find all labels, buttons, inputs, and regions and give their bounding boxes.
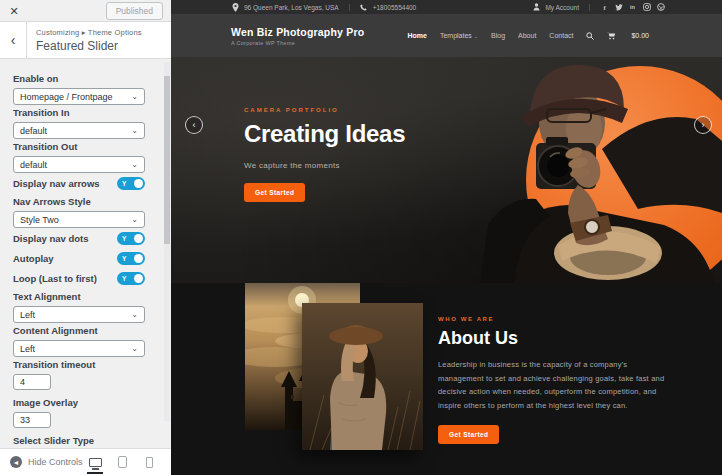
nav-item-blog[interactable]: Blog [491,32,505,39]
customizer-footer: ◄ Hide Controls [0,448,171,475]
preview-topbar: 96 Queen Park, Los Vegas, USA +180055544… [171,0,722,14]
chevron-down-icon: ⌄ [131,216,138,224]
about-kicker: WHO WE ARE [438,316,666,322]
control-image-overlay: Image Overlay33 [13,398,145,428]
nav-item-label: Contact [549,32,573,39]
nav-item-home[interactable]: Home [407,32,426,39]
twitter-icon[interactable] [614,3,623,12]
customizer-topbar: ✕ Published [0,0,171,22]
control-autoplay: AutoplayY [13,252,145,265]
hero-get-started-button[interactable]: Get Started [244,183,305,202]
site-title: Wen Biz Photography Pro [231,26,364,38]
hero-subtitle: We capture the moments [244,161,405,170]
cart-icon[interactable] [607,32,616,40]
site-branding[interactable]: Wen Biz Photography Pro A Corporate WP T… [231,26,364,46]
slider-prev-arrow[interactable]: ‹ [185,116,203,134]
desktop-icon [89,458,102,467]
topbar-address: 96 Queen Park, Los Vegas, USA [244,4,339,11]
nav-item-label: Templates [440,32,472,39]
hero-slider: ‹ › CAMERA PORTFOLIO Creating Ideas We c… [171,57,722,283]
nav-item-label: Home [407,32,426,39]
control-select-slider-type: Select Slider Type [13,436,145,446]
control-loop-last-to-first: Loop (Last to first)Y [13,272,145,285]
preview-mobile-button[interactable] [141,455,157,469]
about-title: About Us [438,328,666,349]
preview-tablet-button[interactable] [114,455,130,469]
chevron-down-icon: ⌄ [131,161,138,169]
hero-content: CAMERA PORTFOLIO Creating Ideas We captu… [244,107,405,202]
control-nav-arrows-style: Nav Arrows StyleStyle Two⌄ [13,197,145,228]
slider-next-arrow[interactable]: › [694,116,712,134]
about-get-started-button[interactable]: Get Started [438,425,499,444]
nav-item-contact[interactable]: Contact [549,32,573,39]
back-button[interactable]: ‹ [0,22,27,58]
close-customizer-button[interactable]: ✕ [0,0,28,21]
linkedin-icon[interactable]: in [628,3,637,12]
control-enable-on: Enable onHomepage / Frontpage⌄ [13,74,145,105]
toggle-loop-last-to-first[interactable]: Y [117,272,145,285]
cart-total[interactable]: $0.00 [631,32,649,39]
chevron-down-icon: ⌄ [131,93,138,101]
select-transition-out[interactable]: default⌄ [13,156,145,173]
control-label: Display nav arrows [13,179,100,189]
hide-controls-button[interactable]: ◄ Hide Controls [10,456,83,468]
control-display-nav-dots: Display nav dotsY [13,232,145,245]
main-navigation: HomeTemplates⌄BlogAboutContact $0.00 [407,32,649,40]
instagram-icon[interactable] [642,3,651,12]
select-nav-arrows-style[interactable]: Style Two⌄ [13,211,145,228]
section-header-text: Customizing ▸ Theme Options Featured Sli… [27,22,142,58]
published-button[interactable]: Published [106,2,163,20]
toggle-autoplay[interactable]: Y [117,252,145,265]
controls-list: Enable onHomepage / Frontpage⌄Transition… [0,59,171,448]
toggle-knob [134,254,143,263]
input-transition-timeout[interactable]: 4 [13,374,51,390]
select-enable-on[interactable]: Homepage / Frontpage⌄ [13,88,145,105]
control-label: Display nav dots [13,234,89,244]
toggle-state-label: Y [122,180,126,187]
about-image-portrait [302,303,423,450]
about-section: WHO WE ARE About Us Leadership in busine… [171,283,722,475]
search-icon[interactable] [586,32,594,40]
select-content-alignment[interactable]: Left⌄ [13,340,145,357]
phone-icon [360,3,368,11]
select-transition-in[interactable]: default⌄ [13,122,145,139]
scrollbar-thumb[interactable] [164,76,170,244]
facebook-icon[interactable]: f [600,3,609,12]
nav-items: HomeTemplates⌄BlogAboutContact [407,32,573,39]
topbar-phone[interactable]: +18005554400 [373,4,417,11]
topbar-divider [589,4,590,11]
control-label: Select Slider Type [13,436,145,446]
toggle-knob [134,234,143,243]
toggle-display-nav-dots[interactable]: Y [117,232,145,245]
my-account-link[interactable]: My Account [545,4,579,11]
preview-desktop-button[interactable] [87,455,103,469]
control-label: Transition timeout [13,360,145,370]
control-transition-timeout: Transition timeout4 [13,360,145,390]
control-transition-out: Transition Outdefault⌄ [13,142,145,173]
customizer-sidebar: ✕ Published ‹ Customizing ▸ Theme Option… [0,0,171,475]
hero-title: Creating Ideas [244,120,405,148]
control-text-alignment: Text AlignmentLeft⌄ [13,292,145,323]
input-image-overlay[interactable]: 33 [13,412,51,428]
hero-kicker: CAMERA PORTFOLIO [244,107,405,113]
wordpress-customizer-screen: ✕ Published ‹ Customizing ▸ Theme Option… [0,0,722,475]
control-label: Text Alignment [13,292,145,302]
nav-item-templates[interactable]: Templates⌄ [440,32,478,39]
select-value: Homepage / Frontpage [20,92,113,102]
social-links: fin [600,3,665,12]
select-value: Style Two [20,215,59,225]
nav-item-about[interactable]: About [518,32,536,39]
toggle-knob [134,179,143,188]
chevron-down-icon: ⌄ [474,33,478,39]
control-content-alignment: Content AlignmentLeft⌄ [13,326,145,357]
toggle-display-nav-arrows[interactable]: Y [117,177,145,190]
dribbble-icon[interactable] [656,3,665,12]
select-value: default [20,160,47,170]
photographer-illustration [450,57,722,283]
control-label: Content Alignment [13,326,145,336]
location-pin-icon [231,3,239,11]
sidebar-scrollbar[interactable] [164,62,170,421]
collapse-icon: ◄ [10,456,22,468]
select-text-alignment[interactable]: Left⌄ [13,306,145,323]
control-transition-in: Transition Indefault⌄ [13,108,145,139]
